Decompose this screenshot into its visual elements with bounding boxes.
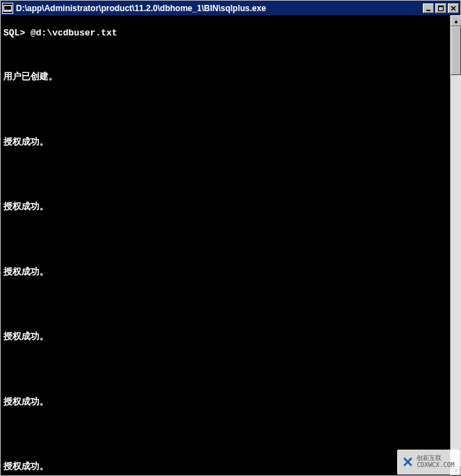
grant-success-msg: 授权成功。 [3, 396, 458, 407]
watermark-logo-icon: ✕ [402, 454, 414, 470]
grant-success-msg: 授权成功。 [3, 461, 458, 472]
window-title: D:\app\Administrator\product\11.2.0\dbho… [16, 3, 423, 13]
grant-success-msg: 授权成功。 [3, 331, 458, 342]
blank-line [3, 439, 458, 450]
scroll-up-arrow[interactable]: ▲ [451, 15, 461, 26]
scroll-thumb[interactable] [451, 26, 461, 75]
watermark-brand: 创新互联 [417, 454, 442, 461]
watermark: ✕ 创新互联 CDXWCX.COM [397, 450, 460, 475]
grant-success-msg: 授权成功。 [3, 201, 458, 212]
blank-line [3, 114, 458, 125]
grant-success-msg: 授权成功。 [3, 266, 458, 277]
blank-line [3, 309, 458, 320]
blank-line [3, 352, 458, 363]
grant-success-msg: 授权成功。 [3, 136, 458, 147]
minimize-button[interactable] [423, 3, 434, 13]
app-icon [2, 3, 13, 14]
console-output[interactable]: SQL> @d:\vcdbuser.txt 用户已创建。 授权成功。 授权成功。… [0, 15, 461, 476]
blank-line [3, 179, 458, 190]
blank-line [3, 288, 458, 299]
vertical-scrollbar[interactable]: ▲ ▼ [450, 15, 461, 476]
blank-line [3, 375, 458, 386]
blank-line [3, 418, 458, 429]
user-created-msg: 用户已创建。 [3, 71, 458, 82]
blank-line [3, 222, 458, 233]
maximize-button[interactable] [435, 3, 446, 13]
watermark-url: CDXWCX.COM [417, 461, 454, 468]
scroll-track[interactable] [451, 26, 461, 465]
blank-line [3, 244, 458, 255]
blank-line [3, 92, 458, 104]
window-controls [423, 3, 459, 13]
sql-prompt-line: SQL> @d:\vcdbuser.txt [3, 28, 458, 39]
blank-line [3, 158, 458, 169]
window-titlebar: D:\app\Administrator\product\11.2.0\dbho… [0, 0, 461, 15]
watermark-text: 创新互联 CDXWCX.COM [417, 455, 454, 469]
close-button[interactable] [448, 3, 459, 13]
blank-line [3, 49, 458, 60]
